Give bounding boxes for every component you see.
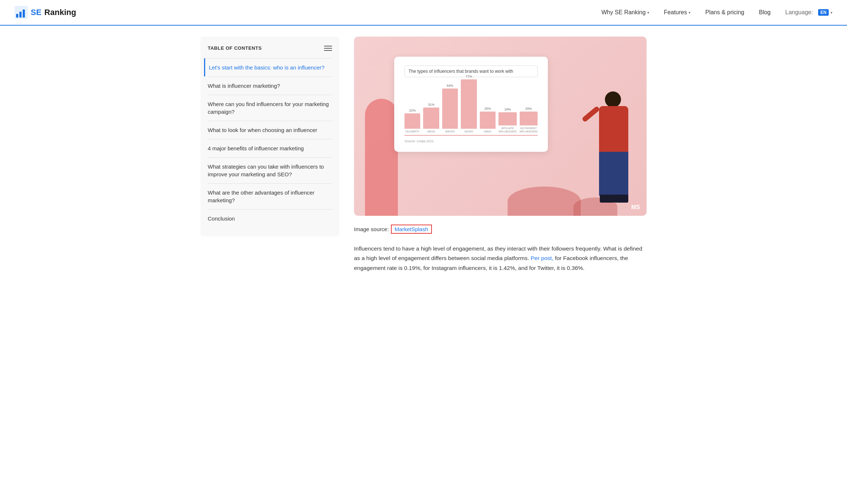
bar-chart: 22%CELEBRITY31%MEGA64%MACRO77%MICRO25%NA… — [404, 84, 538, 136]
nav-features[interactable]: Features ▾ — [664, 9, 690, 16]
bar-value: 22% — [409, 109, 416, 112]
person-body — [599, 106, 628, 154]
person-head — [605, 91, 621, 108]
chevron-down-icon: ▾ — [831, 11, 832, 15]
chart-source: Source: Linqia 2021 — [404, 139, 538, 143]
image-source-link[interactable]: MarketSplash — [391, 225, 432, 234]
bar-fill — [498, 112, 516, 125]
toc-item-7[interactable]: What are the other advantages of influen… — [208, 183, 332, 209]
svg-rect-3 — [23, 10, 25, 18]
sidebar: TABLE OF CONTENTS Let's start with the b… — [200, 37, 339, 273]
per-post-link[interactable]: Per post, — [531, 255, 553, 261]
navbar: SERanking Why SE Ranking ▾ Features ▾ Pl… — [0, 0, 847, 26]
bar-fill — [404, 113, 420, 129]
hero-illustration: The types of influencers that brands wan… — [354, 37, 647, 216]
deco-arch — [365, 99, 398, 216]
bar-fill — [442, 89, 458, 129]
bar-group: 19%AFFILIATE INFLUENCERS — [498, 108, 516, 133]
body-paragraph: Influencers tend to have a high level of… — [354, 244, 647, 273]
toc-item-8[interactable]: Conclusion — [208, 209, 332, 227]
person-shoes-right — [614, 195, 628, 203]
person-arm — [581, 106, 600, 123]
toc-header: TABLE OF CONTENTS — [208, 45, 332, 51]
bar-group: 25%NANO — [480, 107, 496, 133]
bar-value: 19% — [504, 108, 511, 111]
nav-language[interactable]: Language: EN ▾ — [785, 9, 832, 16]
bar-label-below: AFFILIATE INFLUENCERS — [498, 127, 516, 133]
toc-item-4[interactable]: What to look for when choosing an influe… — [208, 121, 332, 139]
hero-image-container: The types of influencers that brands wan… — [354, 37, 647, 216]
toc-box: TABLE OF CONTENTS Let's start with the b… — [200, 37, 339, 236]
bar-group: 20%NO PAYMENT INFLUENCERS — [520, 107, 538, 133]
bar-value: 64% — [447, 84, 453, 87]
bar-value: 31% — [428, 103, 434, 106]
bar-label-below: NO PAYMENT INFLUENCERS — [520, 127, 538, 133]
bar-value: 25% — [484, 107, 491, 110]
bar-fill — [480, 112, 496, 129]
person-figure — [584, 91, 632, 216]
toc-item-5[interactable]: 4 major benefits of influencer marketing — [208, 139, 332, 157]
nav-why-se-ranking[interactable]: Why SE Ranking ▾ — [601, 9, 649, 16]
bar-label-below: MEGA — [428, 130, 435, 133]
logo-ranking: Ranking — [44, 8, 76, 17]
image-source-label: Image source: — [354, 226, 389, 232]
navbar-nav: Why SE Ranking ▾ Features ▾ Plans & pric… — [601, 9, 832, 16]
bar-label-below: MICRO — [464, 130, 473, 133]
bar-fill — [423, 108, 439, 129]
bar-fill — [461, 79, 477, 129]
chevron-down-icon: ▾ — [689, 11, 690, 15]
image-source-line: Image source: MarketSplash — [354, 225, 647, 234]
toc-item-1[interactable]: Let's start with the basics: who is an i… — [204, 58, 332, 76]
chevron-down-icon: ▾ — [647, 11, 649, 15]
bar-label-below: NANO — [484, 130, 491, 133]
logo-icon — [15, 6, 28, 19]
main-content: The types of influencers that brands wan… — [354, 37, 647, 273]
bar-value: 20% — [525, 107, 532, 110]
bar-label-below: CELEBRITY — [405, 130, 419, 133]
toc-item-2[interactable]: What is influencer marketing? — [208, 76, 332, 95]
svg-rect-1 — [16, 14, 18, 18]
bar-label-below: MACRO — [445, 130, 455, 133]
bar-group: 31%MEGA — [423, 103, 439, 133]
chart-card: The types of influencers that brands wan… — [394, 57, 548, 152]
bar-group: 64%MACRO — [442, 84, 458, 133]
bar-group: 22%CELEBRITY — [404, 109, 420, 133]
page-layout: TABLE OF CONTENTS Let's start with the b… — [186, 26, 661, 284]
toc-item-6[interactable]: What strategies can you take with influe… — [208, 157, 332, 183]
nav-blog[interactable]: Blog — [759, 9, 771, 16]
toc-item-3[interactable]: Where can you find influencers for your … — [208, 95, 332, 121]
deco-wave — [508, 187, 581, 216]
ms-badge: MS — [631, 204, 640, 211]
toc-title: TABLE OF CONTENTS — [208, 45, 262, 51]
logo-se: SE — [31, 8, 41, 17]
person-pants — [599, 152, 628, 196]
bar-fill — [520, 112, 538, 125]
svg-rect-2 — [19, 12, 22, 18]
bar-value: 77% — [466, 75, 472, 78]
person-shoes-left — [600, 195, 614, 203]
hamburger-icon[interactable] — [324, 46, 332, 51]
bar-group: 77%MICRO — [461, 75, 477, 133]
nav-plans-pricing[interactable]: Plans & pricing — [705, 9, 744, 16]
logo[interactable]: SERanking — [15, 6, 76, 19]
